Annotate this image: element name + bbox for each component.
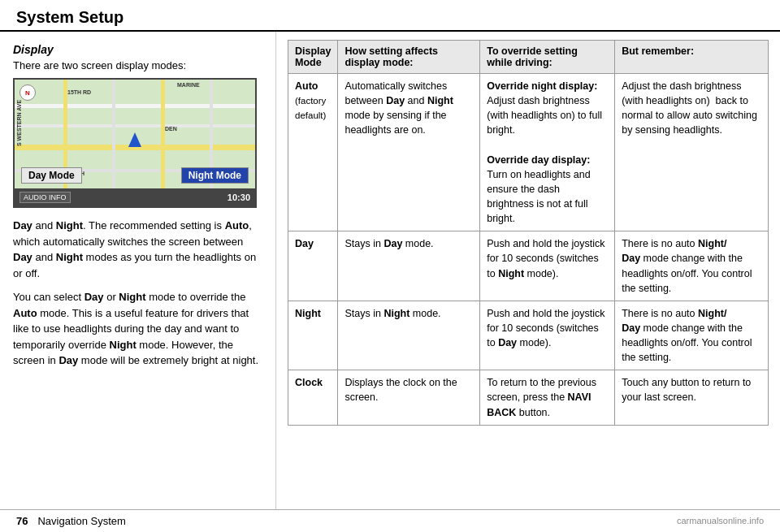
- col-header-how: How setting affectsdisplay mode:: [338, 41, 480, 74]
- map-time: 10:30: [228, 192, 250, 202]
- col-header-override: To override settingwhile driving:: [480, 41, 615, 74]
- body-bold-day2: Day: [13, 251, 32, 263]
- table-header-row: DisplayMode How setting affectsdisplay m…: [288, 41, 769, 74]
- page-footer: 76 Navigation System carmanualsonline.in…: [0, 509, 780, 532]
- display-settings-table: DisplayMode How setting affectsdisplay m…: [288, 40, 769, 426]
- page-header: System Setup: [0, 0, 780, 32]
- road-v2: [112, 80, 115, 206]
- compass-rose: N: [20, 84, 36, 101]
- cell-remember-clock: Touch any button to return to your last …: [615, 370, 769, 425]
- street-label-1: 15TH RD: [67, 89, 91, 95]
- left-column: Display There are two screen display mod…: [0, 32, 276, 509]
- road-v4: [210, 80, 213, 206]
- audio-info-button[interactable]: AUDIO INFO: [20, 192, 71, 203]
- cell-remember-night: There is no auto Night/Day mode change w…: [615, 301, 769, 370]
- body-bold-night4: Night: [110, 339, 136, 351]
- day-mode-label: Day Mode: [21, 167, 82, 184]
- nav-arrow: [128, 132, 141, 147]
- table-row-day: Day Stays in Day mode. Push and hold the…: [288, 231, 769, 301]
- body-bold-auto: Auto: [225, 219, 249, 231]
- col-header-remember: But remember:: [615, 41, 769, 74]
- table-row-night: Night Stays in Night mode. Push and hold…: [288, 301, 769, 370]
- section-intro: There are two screen display modes:: [13, 59, 262, 71]
- body-bold-night: Night: [56, 219, 83, 231]
- street-label-3: DEN: [165, 126, 177, 132]
- footer-brand: Navigation System: [37, 515, 125, 527]
- body-paragraph-2: You can select Day or Night mode to over…: [13, 289, 262, 369]
- body-paragraph-1: Day and Night. The recommended setting i…: [13, 218, 262, 281]
- table-row-auto: Auto (factorydefault) Automatically swit…: [288, 74, 769, 231]
- road-v1: [63, 80, 67, 206]
- cell-mode-auto: Auto (factorydefault): [288, 74, 338, 231]
- cell-how-night: Stays in Night mode.: [338, 301, 480, 370]
- body-bold-day4: Day: [58, 354, 78, 366]
- cell-remember-day: There is no auto Night/Day mode change w…: [615, 231, 769, 301]
- cell-how-day: Stays in Day mode.: [338, 231, 480, 301]
- cell-override-auto: Override night display: Adjust dash brig…: [480, 74, 615, 231]
- road-h2: [15, 124, 255, 128]
- main-content: Display There are two screen display mod…: [0, 32, 780, 509]
- cell-mode-clock: Clock: [288, 370, 338, 425]
- road-h1: [15, 104, 255, 108]
- cell-how-auto: Automatically switches between Day and N…: [338, 74, 480, 231]
- cell-override-clock: To return to the previous screen, press …: [480, 370, 615, 425]
- map-display: 15TH RD S WESTERN AVE DEN 157TH MARINE D…: [13, 78, 257, 208]
- body-bold-auto2: Auto: [13, 307, 37, 319]
- section-title: Display: [13, 43, 262, 56]
- map-bottom-bar: AUDIO INFO 10:30: [15, 188, 255, 206]
- col-header-mode: DisplayMode: [288, 41, 338, 74]
- body-bold-night2: Night: [56, 251, 83, 263]
- table-row-clock: Clock Displays the clock on the screen. …: [288, 370, 769, 425]
- cell-mode-day: Day: [288, 231, 338, 301]
- body-bold-day3: Day: [84, 291, 104, 303]
- body-bold-night3: Night: [119, 291, 145, 303]
- cell-override-night: Push and hold the joystick for 10 second…: [480, 301, 615, 370]
- page-number: 76: [16, 515, 28, 527]
- page-container: System Setup Display There are two scree…: [0, 0, 780, 532]
- cell-how-clock: Displays the clock on the screen.: [338, 370, 480, 425]
- right-column: DisplayMode How setting affectsdisplay m…: [276, 32, 780, 509]
- road-v3: [161, 80, 165, 206]
- footer-watermark: carmanualsonline.info: [677, 516, 764, 526]
- body-bold-day: Day: [13, 219, 32, 231]
- cell-remember-auto: Adjust the dash brightness (with headlig…: [615, 74, 769, 231]
- cell-override-day: Push and hold the joystick for 10 second…: [480, 231, 615, 301]
- map-background: 15TH RD S WESTERN AVE DEN 157TH MARINE D…: [15, 80, 255, 206]
- street-label-2: S WESTERN AVE: [16, 100, 22, 146]
- cell-mode-night: Night: [288, 301, 338, 370]
- page-title: System Setup: [16, 8, 124, 26]
- street-label-5: MARINE: [177, 82, 200, 88]
- left-body: Day and Night. The recommended setting i…: [13, 218, 262, 369]
- night-mode-label: Night Mode: [181, 167, 249, 184]
